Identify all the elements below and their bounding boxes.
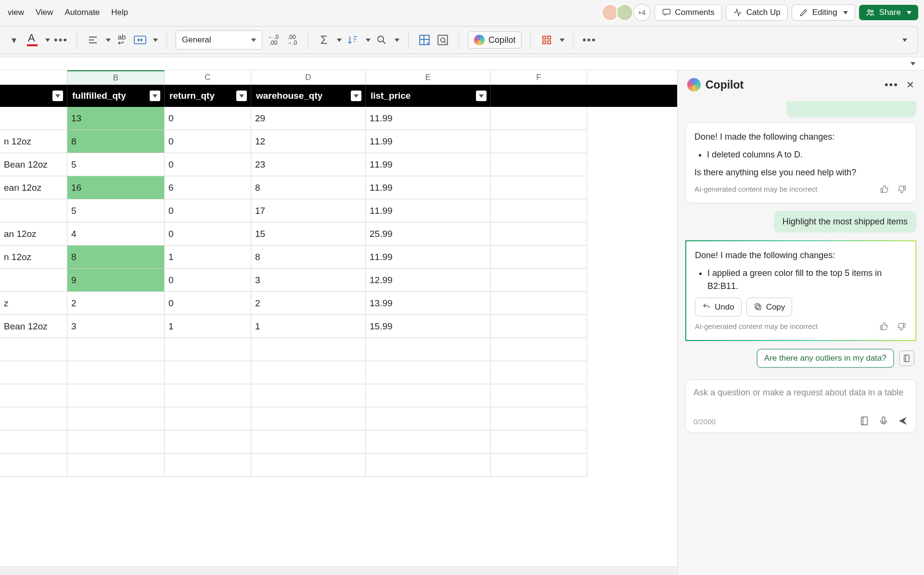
cell[interactable] xyxy=(251,454,366,477)
cell[interactable] xyxy=(165,338,251,361)
cell[interactable] xyxy=(251,384,366,407)
cell[interactable] xyxy=(67,454,165,477)
cell[interactable] xyxy=(491,153,587,176)
cell[interactable]: 11.99 xyxy=(366,199,491,222)
editing-dropdown[interactable]: Editing xyxy=(792,4,855,21)
cell[interactable] xyxy=(0,338,67,361)
chevron-down-icon[interactable] xyxy=(106,39,111,42)
thumbs-up-button[interactable] xyxy=(879,184,890,195)
cell[interactable]: 11.99 xyxy=(366,130,491,153)
cell[interactable]: 9 xyxy=(67,269,165,292)
cell[interactable]: 11.99 xyxy=(366,176,491,199)
catch-up-button[interactable]: Catch Up xyxy=(726,4,788,21)
table-row[interactable]: 501711.99 xyxy=(0,199,677,222)
table-header-a[interactable] xyxy=(0,85,67,107)
empty-row[interactable] xyxy=(0,407,677,431)
table-row[interactable]: an 12oz401525.99 xyxy=(0,222,677,246)
cell[interactable] xyxy=(366,384,491,407)
cell[interactable]: 8 xyxy=(251,246,366,269)
cell[interactable] xyxy=(165,361,251,384)
table-header-c[interactable]: return_qty xyxy=(165,85,251,107)
cell[interactable] xyxy=(251,407,366,431)
cell[interactable]: 0 xyxy=(165,292,251,315)
thumbs-up-button[interactable] xyxy=(879,321,889,332)
cell[interactable] xyxy=(491,361,587,384)
cell[interactable]: n 12oz xyxy=(0,130,67,153)
cell[interactable] xyxy=(491,130,587,153)
cell[interactable]: 0 xyxy=(165,222,251,246)
col-header-d[interactable]: D xyxy=(251,70,366,85)
wrap-text-button[interactable]: ab↩ xyxy=(115,33,129,47)
cell[interactable] xyxy=(67,338,165,361)
cell[interactable] xyxy=(67,431,165,454)
chevron-down-icon[interactable] xyxy=(395,39,399,42)
cell[interactable] xyxy=(491,454,587,477)
cell[interactable]: 3 xyxy=(251,269,366,292)
number-format-dropdown[interactable]: General xyxy=(176,30,262,50)
cell[interactable]: 0 xyxy=(165,153,251,176)
tab-automate[interactable]: Automate xyxy=(65,8,100,17)
cell[interactable]: 12.99 xyxy=(366,269,491,292)
prompt-guide-button[interactable] xyxy=(899,351,914,366)
table-row[interactable]: Bean 12oz502311.99 xyxy=(0,153,677,176)
table-header-d[interactable]: warehouse_qty xyxy=(251,85,366,107)
copilot-input[interactable]: Ask a question or make a request about d… xyxy=(685,379,916,433)
empty-row[interactable] xyxy=(0,454,677,477)
cell[interactable] xyxy=(491,292,587,315)
col-header-a-partial[interactable] xyxy=(0,70,67,85)
cell[interactable] xyxy=(67,407,165,431)
cell[interactable]: 17 xyxy=(251,199,366,222)
copy-button[interactable]: Copy xyxy=(746,298,793,317)
filter-button[interactable] xyxy=(236,91,247,101)
cell[interactable]: 5 xyxy=(67,199,165,222)
cell[interactable]: Bean 12oz xyxy=(0,153,67,176)
cell[interactable] xyxy=(491,176,587,199)
cell[interactable] xyxy=(491,315,587,338)
cell[interactable] xyxy=(165,407,251,431)
conditional-formatting-button[interactable] xyxy=(417,33,432,47)
table-row[interactable]: 1302911.99 xyxy=(0,107,677,130)
table-header-e[interactable]: list_price xyxy=(366,85,491,107)
cell[interactable] xyxy=(0,199,67,222)
chevron-down-icon[interactable] xyxy=(366,39,371,42)
microphone-button[interactable] xyxy=(878,416,889,428)
cell[interactable] xyxy=(491,246,587,269)
empty-row[interactable] xyxy=(0,338,677,361)
more-ribbon-options[interactable]: ••• xyxy=(582,34,596,46)
cell[interactable]: 8 xyxy=(67,130,165,153)
empty-row[interactable] xyxy=(0,431,677,454)
close-button[interactable]: ✕ xyxy=(906,79,914,91)
chevron-down-icon[interactable] xyxy=(153,39,158,42)
cell[interactable]: 2 xyxy=(251,292,366,315)
cell[interactable]: 23 xyxy=(251,153,366,176)
avatar[interactable] xyxy=(616,4,633,21)
send-button[interactable] xyxy=(898,416,908,428)
table-row[interactable]: z20213.99 xyxy=(0,292,677,315)
cell[interactable] xyxy=(366,431,491,454)
avatar-more[interactable]: +4 xyxy=(633,4,651,21)
undo-button[interactable]: Undo xyxy=(695,298,742,317)
cell[interactable] xyxy=(0,454,67,477)
cell[interactable]: 11.99 xyxy=(366,107,491,130)
cell[interactable]: 13 xyxy=(67,107,165,130)
cell[interactable] xyxy=(366,454,491,477)
cell[interactable] xyxy=(251,431,366,454)
filter-button[interactable] xyxy=(150,91,160,101)
chevron-down-icon[interactable] xyxy=(560,39,565,42)
spreadsheet-grid[interactable]: B C D E F fullfilled_qty return_qty ware… xyxy=(0,70,678,575)
suggestion-chip[interactable]: Are there any outliers in my data? xyxy=(757,349,894,368)
find-button[interactable] xyxy=(374,33,389,47)
font-color-button[interactable]: A xyxy=(25,33,39,47)
cell[interactable]: 0 xyxy=(165,199,251,222)
cell[interactable]: 8 xyxy=(251,176,366,199)
comments-button[interactable]: Comments xyxy=(654,4,722,21)
horizontal-scrollbar[interactable] xyxy=(0,566,677,575)
cell[interactable]: z xyxy=(0,292,67,315)
cell[interactable] xyxy=(491,199,587,222)
cell[interactable]: 0 xyxy=(165,130,251,153)
cell[interactable] xyxy=(0,107,67,130)
merge-button[interactable] xyxy=(133,33,147,47)
cell[interactable]: 11.99 xyxy=(366,246,491,269)
cell[interactable]: 15.99 xyxy=(366,315,491,338)
decrease-decimal-button[interactable]: ←.0.00 xyxy=(266,33,281,47)
